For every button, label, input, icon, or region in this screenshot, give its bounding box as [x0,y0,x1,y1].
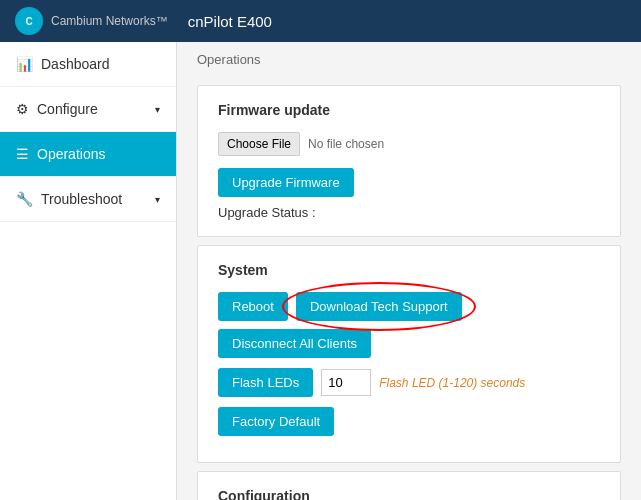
chevron-down-icon: ▾ [155,104,160,115]
brand-name: Cambium Networks™ [51,14,168,28]
breadcrumb: Operations [177,42,641,77]
sidebar-item-operations[interactable]: ☰ Operations [0,132,176,177]
dashboard-icon: 📊 [16,56,33,72]
configuration-card: Configuration [197,471,621,500]
operations-icon: ☰ [16,146,29,162]
download-tech-support-button[interactable]: Download Tech Support [296,292,462,321]
factory-default-row: Factory Default [218,407,600,436]
file-input-row: Choose File No file chosen [218,132,600,156]
logo: C Cambium Networks™ [15,7,168,35]
sidebar-item-label: Troubleshoot [41,191,122,207]
sidebar-item-label: Dashboard [41,56,110,72]
firmware-title: Firmware update [218,102,600,118]
flash-led-hint: Flash LED (1-120) seconds [379,376,525,390]
reboot-button[interactable]: Reboot [218,292,288,321]
file-chosen-label: No file chosen [308,137,384,151]
factory-default-button[interactable]: Factory Default [218,407,334,436]
system-title: System [218,262,600,278]
app-layout: 📊 Dashboard ⚙ Configure ▾ ☰ Operations 🔧… [0,42,641,500]
flash-leds-button[interactable]: Flash LEDs [218,368,313,397]
sidebar-item-label: Operations [37,146,105,162]
upgrade-status: Upgrade Status : [218,205,600,220]
firmware-card: Firmware update Choose File No file chos… [197,85,621,237]
sidebar-item-troubleshoot[interactable]: 🔧 Troubleshoot ▾ [0,177,176,222]
flash-led-row: Flash LEDs Flash LED (1-120) seconds [218,368,600,397]
configuration-title: Configuration [218,488,600,500]
flash-led-input[interactable] [321,369,371,396]
sidebar-item-label: Configure [37,101,98,117]
troubleshoot-icon: 🔧 [16,191,33,207]
device-name: cnPilot E400 [188,13,272,30]
logo-icon: C [15,7,43,35]
configure-icon: ⚙ [16,101,29,117]
chevron-down-icon: ▾ [155,194,160,205]
system-btn-row: Reboot Download Tech Support Disconnect … [218,292,600,358]
sidebar-item-configure[interactable]: ⚙ Configure ▾ [0,87,176,132]
upgrade-firmware-button[interactable]: Upgrade Firmware [218,168,354,197]
download-ts-wrapper: Download Tech Support [296,292,462,321]
top-bar: C Cambium Networks™ cnPilot E400 [0,0,641,42]
system-card: System Reboot Download Tech Support Disc… [197,245,621,463]
sidebar-item-dashboard[interactable]: 📊 Dashboard [0,42,176,87]
choose-file-button[interactable]: Choose File [218,132,300,156]
disconnect-all-clients-button[interactable]: Disconnect All Clients [218,329,371,358]
main-content: Operations Firmware update Choose File N… [177,42,641,500]
sidebar: 📊 Dashboard ⚙ Configure ▾ ☰ Operations 🔧… [0,42,177,500]
